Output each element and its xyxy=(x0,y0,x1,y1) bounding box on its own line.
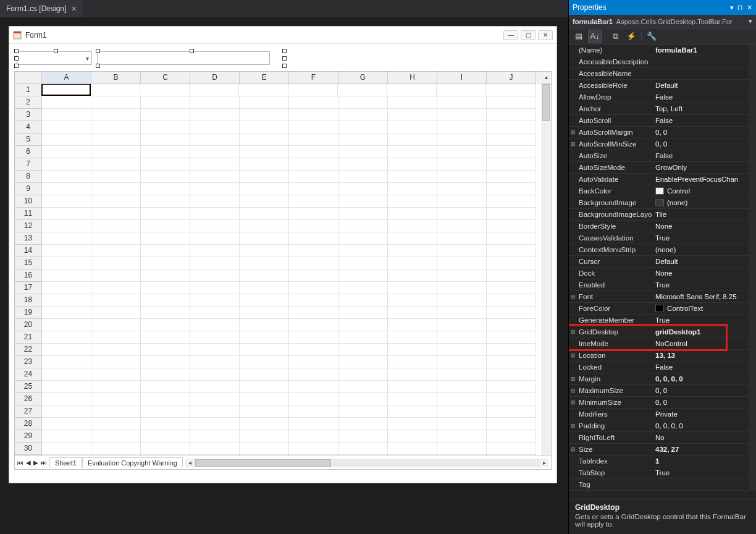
property-value[interactable]: GrowOnly xyxy=(655,164,749,171)
property-row[interactable]: AllowDropFalse xyxy=(569,91,749,103)
property-row[interactable]: ⊞AutoScrollMargin0, 0 xyxy=(569,127,749,138)
property-value[interactable]: 1 xyxy=(655,457,749,465)
cell[interactable] xyxy=(289,405,338,418)
expand-icon[interactable]: ⊞ xyxy=(569,388,578,394)
property-row[interactable]: ForeColorControlText xyxy=(569,303,749,315)
property-value[interactable]: 0, 0 xyxy=(655,387,749,394)
cell[interactable] xyxy=(437,319,487,331)
cell[interactable] xyxy=(289,195,338,208)
property-row[interactable]: ModifiersPrivate xyxy=(569,409,749,420)
cell[interactable] xyxy=(289,430,338,443)
cell[interactable] xyxy=(42,96,91,109)
cell[interactable] xyxy=(42,319,91,331)
cell[interactable] xyxy=(141,245,190,257)
cell[interactable] xyxy=(289,109,338,121)
cell[interactable] xyxy=(487,393,536,405)
cell[interactable] xyxy=(289,158,338,171)
cell[interactable] xyxy=(240,307,289,319)
chevron-down-icon[interactable]: ▾ xyxy=(749,17,752,25)
cell[interactable] xyxy=(91,430,141,443)
cell[interactable] xyxy=(288,84,338,96)
select-all-corner[interactable] xyxy=(15,72,42,84)
cell[interactable] xyxy=(289,257,338,269)
property-row[interactable]: AccessibleRoleDefault xyxy=(569,80,749,91)
cell[interactable] xyxy=(42,344,91,356)
cell[interactable] xyxy=(388,109,437,121)
property-row[interactable]: BorderStyleNone xyxy=(569,221,749,232)
scroll-right-button[interactable]: ▸ xyxy=(540,459,548,466)
cell[interactable] xyxy=(91,146,141,158)
property-value[interactable]: Microsoft Sans Serif, 8.25 xyxy=(655,293,749,300)
cell[interactable] xyxy=(437,84,486,96)
row-header[interactable]: 15 xyxy=(15,257,42,269)
cell[interactable] xyxy=(338,109,388,121)
expand-icon[interactable]: ⊞ xyxy=(569,446,578,452)
property-value[interactable]: 0, 0 xyxy=(655,129,749,136)
row-header[interactable]: 3 xyxy=(15,109,42,121)
cell[interactable] xyxy=(41,84,91,96)
cell[interactable] xyxy=(190,368,240,381)
events-icon[interactable]: ⚡ xyxy=(625,30,637,43)
expand-icon[interactable]: ⊞ xyxy=(569,352,578,358)
cell[interactable] xyxy=(487,109,536,121)
cell[interactable] xyxy=(42,146,91,158)
cell[interactable] xyxy=(240,344,289,356)
cell[interactable] xyxy=(190,84,239,96)
cell[interactable] xyxy=(388,96,437,109)
cell[interactable] xyxy=(141,232,190,245)
cell[interactable] xyxy=(338,84,387,96)
row-header[interactable]: 12 xyxy=(15,220,42,232)
cell[interactable] xyxy=(240,195,289,208)
cell[interactable] xyxy=(91,109,141,121)
cell[interactable] xyxy=(240,269,289,282)
cell[interactable] xyxy=(437,344,487,356)
property-row[interactable]: AutoScrollFalse xyxy=(569,115,749,127)
cell[interactable] xyxy=(437,269,487,282)
property-row[interactable]: ⊞Margin0, 0, 0, 0 xyxy=(569,373,749,385)
cell[interactable] xyxy=(91,282,141,294)
cell[interactable] xyxy=(338,430,388,443)
property-value[interactable]: ControlText xyxy=(655,305,749,312)
cell[interactable] xyxy=(338,393,388,405)
cell[interactable] xyxy=(141,430,190,443)
cell[interactable] xyxy=(91,134,141,146)
cell[interactable] xyxy=(437,405,487,418)
cell[interactable] xyxy=(388,171,437,183)
cell[interactable] xyxy=(289,294,338,307)
cell[interactable] xyxy=(240,134,289,146)
cell[interactable] xyxy=(190,356,240,368)
cell[interactable] xyxy=(289,455,338,456)
scroll-up-button[interactable]: ▴ xyxy=(541,72,551,84)
property-value[interactable]: 0, 0, 0, 0 xyxy=(655,375,749,383)
cell[interactable] xyxy=(91,344,141,356)
cell[interactable] xyxy=(240,443,289,455)
cell[interactable] xyxy=(240,294,289,307)
cell[interactable] xyxy=(42,195,91,208)
property-value[interactable]: 0, 0 xyxy=(655,399,749,406)
cell[interactable] xyxy=(240,257,289,269)
cell[interactable] xyxy=(91,220,141,232)
cell[interactable] xyxy=(487,220,536,232)
cell[interactable] xyxy=(240,158,289,171)
property-row[interactable]: EnabledTrue xyxy=(569,279,749,291)
cell[interactable] xyxy=(388,146,437,158)
cell[interactable] xyxy=(240,356,289,368)
cell[interactable] xyxy=(388,183,437,195)
cell[interactable] xyxy=(190,418,240,430)
cell[interactable] xyxy=(437,368,487,381)
cell[interactable] xyxy=(190,134,240,146)
property-row[interactable]: ⊞AutoScrollMinSize0, 0 xyxy=(569,138,749,150)
cell[interactable] xyxy=(388,443,437,455)
cell[interactable] xyxy=(141,109,190,121)
cell[interactable] xyxy=(190,393,240,405)
cell[interactable] xyxy=(91,368,141,381)
cell[interactable] xyxy=(338,443,388,455)
property-row[interactable]: AutoSizeFalse xyxy=(569,150,749,162)
cell[interactable] xyxy=(338,455,388,456)
property-value[interactable]: True xyxy=(655,316,749,324)
cell[interactable] xyxy=(437,331,487,344)
cell[interactable] xyxy=(437,96,487,109)
cell[interactable] xyxy=(388,455,437,456)
cell[interactable] xyxy=(289,282,338,294)
cell[interactable] xyxy=(141,368,190,381)
